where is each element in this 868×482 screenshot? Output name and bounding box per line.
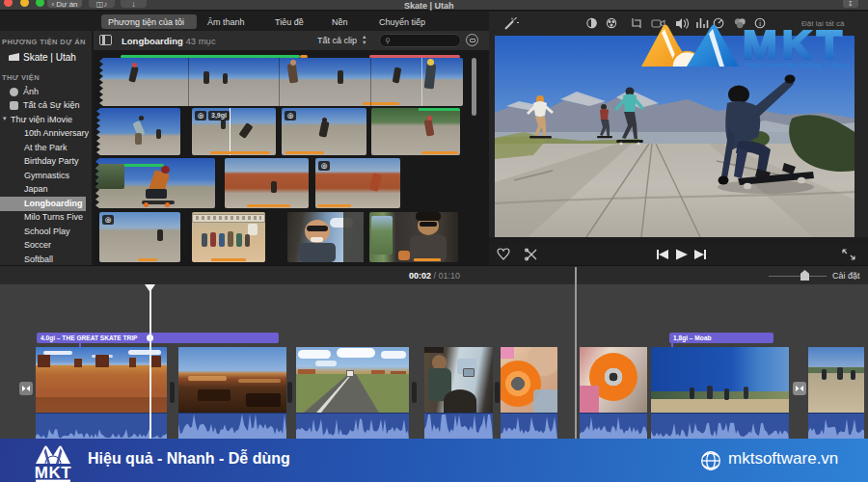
svg-text:Phần mềm Marketing 0 đồng: Phần mềm Marketing 0 đồng [745, 61, 850, 69]
svg-text:MKT: MKT [35, 464, 71, 482]
